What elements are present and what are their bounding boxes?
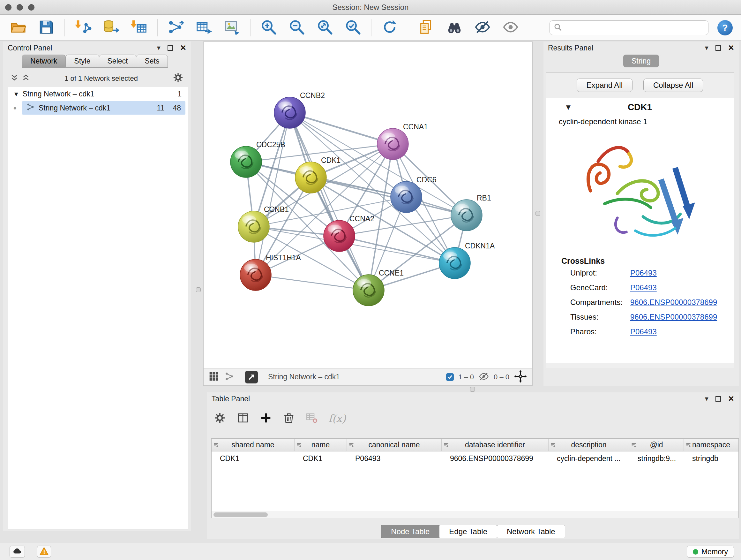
cloud-status-button[interactable] bbox=[10, 546, 25, 558]
cell-canonical-name[interactable]: P06493 bbox=[347, 454, 442, 463]
vertical-splitter-right[interactable] bbox=[536, 211, 540, 216]
column-header[interactable]: name bbox=[294, 439, 347, 451]
section-collapse-icon[interactable]: ▼ bbox=[564, 103, 572, 112]
tab-sets[interactable]: Sets bbox=[136, 55, 168, 68]
panel-close-icon[interactable]: ✕ bbox=[728, 395, 734, 402]
cell-description[interactable]: cyclin-dependent ... bbox=[549, 454, 629, 463]
cell-shared-name[interactable]: CDK1 bbox=[212, 454, 294, 463]
add-column-plus-icon[interactable] bbox=[259, 412, 272, 426]
import-table-button[interactable] bbox=[127, 17, 151, 39]
crosslink-value-link[interactable]: P06493 bbox=[630, 283, 657, 292]
zoom-fit-button[interactable] bbox=[313, 17, 337, 39]
gear-icon[interactable] bbox=[172, 72, 184, 85]
selected-checkbox-icon[interactable] bbox=[446, 373, 454, 381]
network-collection-row[interactable]: ▾ String Network – cdk1 1 bbox=[8, 87, 188, 101]
column-header[interactable]: canonical name bbox=[347, 439, 442, 451]
tab-network[interactable]: Network bbox=[22, 55, 66, 68]
node-CCNA2[interactable] bbox=[324, 220, 355, 252]
apply-layout-button[interactable] bbox=[377, 17, 402, 39]
column-header[interactable]: namespace bbox=[684, 439, 738, 451]
panel-menu-icon[interactable]: ▾ bbox=[157, 44, 160, 51]
birds-eye-toggle-button[interactable] bbox=[245, 371, 258, 383]
cell-database-identifier[interactable]: 9606.ENSP00000378699 bbox=[442, 454, 549, 463]
export-image-button[interactable] bbox=[219, 17, 245, 39]
node-CCNE1[interactable] bbox=[353, 274, 384, 306]
network-row-selected[interactable]: ● String Network – cdk1 11 48 bbox=[8, 101, 188, 115]
copy-button[interactable] bbox=[414, 17, 439, 39]
column-header[interactable]: description bbox=[549, 439, 629, 451]
cell-namespace[interactable]: stringdb bbox=[684, 454, 738, 463]
crosslink-value-link[interactable]: P06493 bbox=[630, 268, 657, 277]
tab-edge-table[interactable]: Edge Table bbox=[439, 525, 497, 538]
export-table-button[interactable] bbox=[192, 17, 216, 39]
network-canvas[interactable]: CCNB2CCNA1CDC25BCDK1CDC6RB1CCNB1CCNA2CDK… bbox=[203, 42, 533, 368]
node-RB1[interactable] bbox=[451, 199, 482, 231]
hide-selected-button[interactable] bbox=[470, 17, 495, 39]
crosslink-value-link[interactable]: P06493 bbox=[630, 327, 657, 336]
zoom-selected-button[interactable] bbox=[340, 17, 365, 39]
results-horizontal-scrollbar[interactable] bbox=[546, 363, 734, 368]
cell-id[interactable]: stringdb:9... bbox=[629, 454, 684, 463]
search-input[interactable] bbox=[564, 23, 704, 32]
node-CDC6[interactable] bbox=[391, 181, 422, 212]
column-header[interactable]: @id bbox=[629, 439, 684, 451]
tab-select[interactable]: Select bbox=[99, 55, 137, 68]
expand-all-icon[interactable] bbox=[22, 74, 30, 83]
hidden-eye-slash-icon[interactable] bbox=[478, 371, 489, 383]
import-network-file-button[interactable] bbox=[71, 17, 95, 39]
node-CDK1[interactable] bbox=[295, 162, 327, 193]
table-row[interactable]: CDK1 CDK1 P06493 9606.ENSP00000378699 cy… bbox=[212, 451, 738, 465]
import-network-database-button[interactable] bbox=[98, 17, 124, 39]
first-neighbors-button[interactable] bbox=[442, 17, 467, 39]
delete-column-trash-icon[interactable] bbox=[282, 412, 295, 426]
save-session-button[interactable] bbox=[34, 17, 59, 39]
tab-network-table[interactable]: Network Table bbox=[497, 525, 565, 538]
tab-style[interactable]: Style bbox=[65, 55, 99, 68]
show-columns-icon[interactable] bbox=[237, 412, 249, 426]
collapse-all-button[interactable]: Collapse All bbox=[643, 78, 703, 92]
tree-expand-icon[interactable]: ▾ bbox=[14, 90, 18, 98]
node-CCNB2[interactable] bbox=[274, 97, 306, 128]
open-session-button[interactable] bbox=[6, 17, 30, 39]
column-header[interactable]: database identifier bbox=[442, 439, 549, 451]
grid-view-icon[interactable] bbox=[209, 371, 219, 383]
cell-name[interactable]: CDK1 bbox=[294, 454, 347, 463]
vertical-splitter-left[interactable] bbox=[196, 287, 201, 292]
node-CDKN1A[interactable] bbox=[439, 247, 470, 279]
network-share-view-icon[interactable] bbox=[225, 372, 234, 382]
collapse-all-icon[interactable] bbox=[10, 74, 18, 83]
tab-string[interactable]: String bbox=[623, 55, 659, 67]
edge-CDK1-RB1[interactable] bbox=[311, 178, 467, 215]
crosslink-value-link[interactable]: 9606.ENSP00000378699 bbox=[630, 298, 717, 307]
node-CCNA1[interactable] bbox=[377, 128, 408, 160]
panel-menu-icon[interactable]: ▾ bbox=[705, 44, 709, 51]
crosshair-icon[interactable] bbox=[514, 370, 527, 384]
help-button[interactable]: ? bbox=[718, 20, 733, 36]
crosslink-value-link[interactable]: 9606.ENSP00000378699 bbox=[630, 313, 717, 321]
edge-HIST1H1A-CCNE1[interactable] bbox=[256, 275, 368, 290]
panel-menu-icon[interactable]: ▾ bbox=[705, 395, 709, 402]
network-canvas-svg[interactable]: CCNB2CCNA1CDC25BCDK1CDC6RB1CCNB1CCNA2CDK… bbox=[204, 42, 532, 368]
table-settings-gear-icon[interactable] bbox=[213, 412, 226, 426]
scrollbar-thumb[interactable] bbox=[213, 512, 268, 517]
panel-close-icon[interactable]: ✕ bbox=[728, 44, 734, 52]
warnings-button[interactable] bbox=[37, 546, 51, 558]
column-header[interactable]: shared name bbox=[212, 439, 294, 451]
panel-float-icon[interactable] bbox=[716, 45, 721, 51]
zoom-in-button[interactable] bbox=[256, 17, 281, 39]
clone-network-button[interactable] bbox=[163, 17, 188, 39]
node-CDC25B[interactable] bbox=[230, 146, 262, 178]
panel-close-icon[interactable]: ✕ bbox=[180, 44, 186, 52]
expand-all-button[interactable]: Expand All bbox=[577, 78, 632, 92]
tab-node-table[interactable]: Node Table bbox=[381, 525, 440, 538]
edge-CCNB2-HIST1H1A[interactable] bbox=[256, 113, 290, 275]
edge-CCNB2-CCNE1[interactable] bbox=[290, 113, 368, 290]
node-HIST1H1A[interactable] bbox=[240, 259, 271, 291]
node-CCNB1[interactable] bbox=[238, 211, 269, 242]
memory-button[interactable]: Memory bbox=[687, 546, 734, 558]
zoom-out-button[interactable] bbox=[284, 17, 309, 39]
search-box[interactable] bbox=[549, 20, 709, 35]
panel-float-icon[interactable] bbox=[167, 45, 173, 51]
edge-CCNB2-CCNA1[interactable] bbox=[290, 113, 393, 144]
panel-float-icon[interactable] bbox=[716, 396, 721, 401]
